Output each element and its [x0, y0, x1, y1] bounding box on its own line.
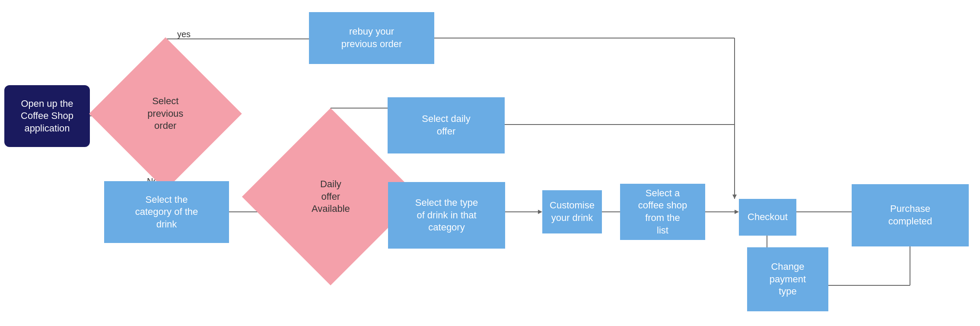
customise-node: Customise your drink: [542, 190, 602, 233]
select-type-node: Select the type of drink in that categor…: [388, 182, 505, 249]
select-prev-order-node: Select previous order: [89, 37, 242, 190]
select-coffee-shop-node: Select a coffee shop from the list: [620, 184, 705, 240]
yes-label-top: yes: [177, 29, 191, 39]
purchase-completed-node: Purchase completed: [852, 184, 969, 246]
select-category-node: Select the category of the drink: [104, 181, 229, 243]
svg-marker-16: [732, 195, 737, 199]
flowchart-diagram: yes No Yes No Open up the Coffee Shop ap…: [0, 0, 980, 326]
checkout-node: Checkout: [739, 199, 796, 236]
svg-marker-23: [735, 210, 739, 214]
select-daily-offer-node: Select daily offer: [388, 97, 505, 153]
change-payment-node: Change payment type: [747, 247, 828, 311]
svg-marker-19: [538, 210, 542, 214]
rebuy-node: rebuy your previous order: [309, 12, 434, 64]
open-app-node: Open up the Coffee Shop application: [4, 85, 90, 147]
